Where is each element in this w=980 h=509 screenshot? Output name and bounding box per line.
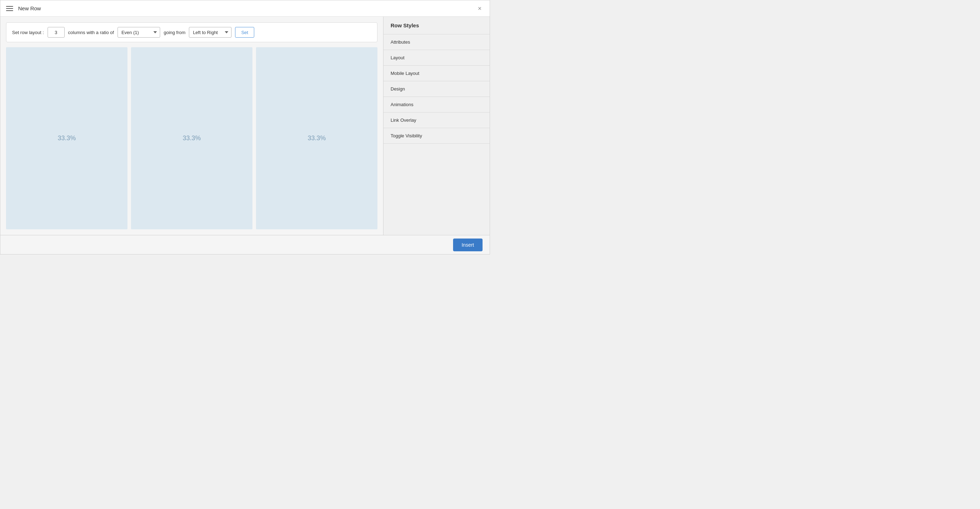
sidebar-item-attributes[interactable]: Attributes <box>383 35 490 50</box>
titlebar: New Row × <box>0 0 490 17</box>
columns-input[interactable] <box>48 27 65 38</box>
main-content: Set row layout : columns with a ratio of… <box>0 17 383 235</box>
sidebar-item-layout[interactable]: Layout <box>383 50 490 66</box>
sidebar-item-animations[interactable]: Animations <box>383 97 490 113</box>
ratio-select[interactable]: Even (1) Even (2) Custom <box>118 27 160 38</box>
body-area: Set row layout : columns with a ratio of… <box>0 17 490 235</box>
right-sidebar: Row Styles Attributes Layout Mobile Layo… <box>383 17 490 235</box>
column-percentage-2: 33.3% <box>183 135 200 142</box>
column-block-1: 33.3% <box>6 47 127 229</box>
window: New Row × Set row layout : columns with … <box>0 0 490 254</box>
window-title: New Row <box>18 5 476 11</box>
insert-button[interactable]: Insert <box>453 239 482 251</box>
footer: Insert <box>0 235 490 254</box>
direction-select[interactable]: Left to Right Right to Left <box>189 27 232 38</box>
columns-with-ratio-label: columns with a ratio of <box>68 30 114 35</box>
sidebar-item-link-overlay[interactable]: Link Overlay <box>383 113 490 128</box>
column-percentage-3: 33.3% <box>307 135 326 142</box>
close-button[interactable]: × <box>476 4 484 13</box>
columns-area: 33.3% 33.3% 33.3% <box>6 47 377 229</box>
column-block-2: 33.3% <box>131 47 253 229</box>
sidebar-menu: Attributes Layout Mobile Layout Design A… <box>383 35 490 144</box>
toolbar: Set row layout : columns with a ratio of… <box>6 22 377 42</box>
sidebar-item-design[interactable]: Design <box>383 81 490 97</box>
column-percentage-1: 33.3% <box>57 135 76 142</box>
sidebar-title: Row Styles <box>383 17 490 35</box>
sidebar-item-mobile-layout[interactable]: Mobile Layout <box>383 66 490 81</box>
sidebar-item-toggle-visibility[interactable]: Toggle Visibility <box>383 128 490 144</box>
going-from-label: going from <box>164 30 185 35</box>
menu-icon[interactable] <box>6 6 13 11</box>
set-row-layout-label: Set row layout : <box>12 30 44 35</box>
column-block-3: 33.3% <box>256 47 377 229</box>
set-button[interactable]: Set <box>235 27 254 38</box>
